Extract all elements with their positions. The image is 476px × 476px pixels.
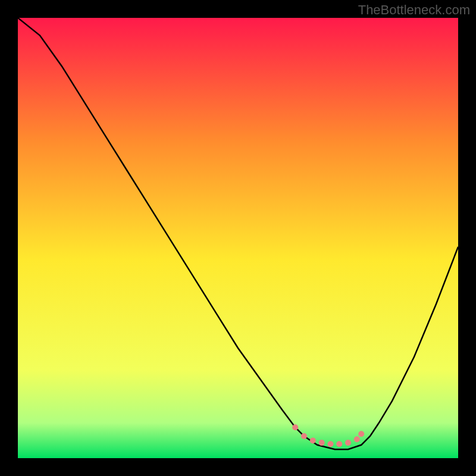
optimal-dot [336, 441, 342, 447]
optimal-dot [310, 437, 316, 443]
bottleneck-chart [18, 18, 458, 458]
optimal-dot [327, 441, 333, 447]
optimal-dot [358, 431, 364, 437]
gradient-background [18, 18, 458, 458]
optimal-dot [292, 424, 298, 430]
optimal-dot [354, 436, 360, 442]
optimal-dot [301, 433, 307, 439]
optimal-dot [345, 440, 351, 446]
optimal-dot [319, 440, 325, 446]
attribution-text: TheBottleneck.com [358, 2, 470, 18]
